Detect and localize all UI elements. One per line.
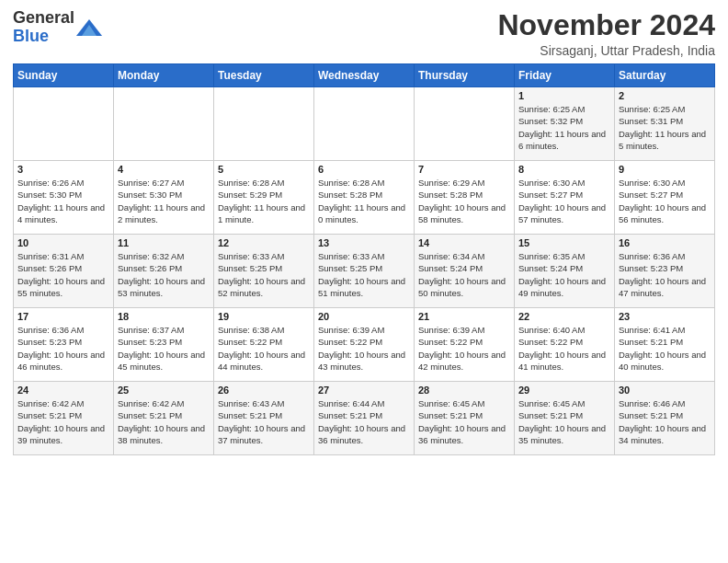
day-number: 18: [118, 311, 210, 322]
col-header-sunday: Sunday: [14, 64, 114, 87]
day-number: 23: [619, 311, 711, 322]
day-info: Sunrise: 6:38 AM Sunset: 5:22 PM Dayligh…: [218, 324, 310, 373]
day-number: 21: [418, 311, 510, 322]
day-info: Sunrise: 6:33 AM Sunset: 5:25 PM Dayligh…: [218, 250, 310, 299]
day-cell: 24Sunrise: 6:42 AM Sunset: 5:21 PM Dayli…: [14, 382, 114, 455]
day-cell: 3Sunrise: 6:26 AM Sunset: 5:30 PM Daylig…: [14, 161, 114, 235]
day-number: 26: [218, 385, 310, 396]
day-cell: 15Sunrise: 6:35 AM Sunset: 5:24 PM Dayli…: [515, 235, 615, 308]
day-cell: [314, 87, 415, 161]
day-number: 22: [518, 311, 610, 322]
day-info: Sunrise: 6:30 AM Sunset: 5:27 PM Dayligh…: [619, 177, 711, 225]
day-cell: 30Sunrise: 6:46 AM Sunset: 5:21 PM Dayli…: [615, 382, 715, 455]
title-area: November 2024 Sirsaganj, Uttar Pradesh, …: [497, 9, 715, 58]
logo-general: General: [13, 8, 74, 27]
day-info: Sunrise: 6:46 AM Sunset: 5:21 PM Dayligh…: [619, 397, 711, 446]
day-info: Sunrise: 6:44 AM Sunset: 5:21 PM Dayligh…: [318, 397, 410, 446]
day-cell: 21Sunrise: 6:39 AM Sunset: 5:22 PM Dayli…: [415, 308, 515, 382]
col-header-friday: Friday: [515, 64, 615, 87]
week-row-2: 10Sunrise: 6:31 AM Sunset: 5:26 PM Dayli…: [14, 235, 715, 308]
day-number: 10: [17, 237, 109, 248]
day-number: 15: [518, 237, 610, 248]
day-number: 16: [619, 237, 711, 248]
header: General Blue November 2024 Sirsaganj, Ut…: [13, 9, 715, 58]
week-row-0: 1Sunrise: 6:25 AM Sunset: 5:32 PM Daylig…: [14, 87, 715, 161]
day-number: 3: [17, 164, 109, 175]
day-info: Sunrise: 6:42 AM Sunset: 5:21 PM Dayligh…: [118, 397, 210, 446]
day-number: 9: [619, 164, 711, 175]
day-cell: 6Sunrise: 6:28 AM Sunset: 5:28 PM Daylig…: [314, 161, 415, 235]
day-number: 20: [318, 311, 410, 322]
day-cell: 13Sunrise: 6:33 AM Sunset: 5:25 PM Dayli…: [314, 235, 415, 308]
day-cell: 28Sunrise: 6:45 AM Sunset: 5:21 PM Dayli…: [415, 382, 515, 455]
day-info: Sunrise: 6:45 AM Sunset: 5:21 PM Dayligh…: [418, 397, 510, 446]
day-info: Sunrise: 6:43 AM Sunset: 5:21 PM Dayligh…: [218, 397, 310, 446]
day-cell: 29Sunrise: 6:45 AM Sunset: 5:21 PM Dayli…: [515, 382, 615, 455]
logo-text: General Blue: [13, 9, 74, 46]
day-number: 24: [17, 385, 109, 396]
day-info: Sunrise: 6:25 AM Sunset: 5:32 PM Dayligh…: [518, 103, 610, 152]
day-cell: 8Sunrise: 6:30 AM Sunset: 5:27 PM Daylig…: [515, 161, 615, 235]
day-info: Sunrise: 6:29 AM Sunset: 5:28 PM Dayligh…: [418, 177, 510, 225]
day-number: 30: [619, 385, 711, 396]
day-info: Sunrise: 6:39 AM Sunset: 5:22 PM Dayligh…: [418, 324, 510, 373]
day-cell: 7Sunrise: 6:29 AM Sunset: 5:28 PM Daylig…: [415, 161, 515, 235]
day-cell: [14, 87, 114, 161]
day-cell: [114, 87, 214, 161]
day-cell: 25Sunrise: 6:42 AM Sunset: 5:21 PM Dayli…: [114, 382, 214, 455]
logo-row: General Blue: [13, 9, 102, 46]
day-number: 5: [218, 164, 310, 175]
day-cell: 12Sunrise: 6:33 AM Sunset: 5:25 PM Dayli…: [214, 235, 314, 308]
day-info: Sunrise: 6:27 AM Sunset: 5:30 PM Dayligh…: [118, 177, 210, 225]
day-info: Sunrise: 6:42 AM Sunset: 5:21 PM Dayligh…: [17, 397, 109, 446]
day-cell: 23Sunrise: 6:41 AM Sunset: 5:21 PM Dayli…: [615, 308, 715, 382]
day-cell: 27Sunrise: 6:44 AM Sunset: 5:21 PM Dayli…: [314, 382, 415, 455]
day-number: 4: [118, 164, 210, 175]
day-cell: 2Sunrise: 6:25 AM Sunset: 5:31 PM Daylig…: [615, 87, 715, 161]
day-cell: 22Sunrise: 6:40 AM Sunset: 5:22 PM Dayli…: [515, 308, 615, 382]
day-cell: 20Sunrise: 6:39 AM Sunset: 5:22 PM Dayli…: [314, 308, 415, 382]
week-row-1: 3Sunrise: 6:26 AM Sunset: 5:30 PM Daylig…: [14, 161, 715, 235]
day-number: 25: [118, 385, 210, 396]
day-info: Sunrise: 6:40 AM Sunset: 5:22 PM Dayligh…: [518, 324, 610, 373]
day-number: 7: [418, 164, 510, 175]
day-cell: 1Sunrise: 6:25 AM Sunset: 5:32 PM Daylig…: [515, 87, 615, 161]
col-header-thursday: Thursday: [415, 64, 515, 87]
day-number: 19: [218, 311, 310, 322]
month-title: November 2024: [497, 9, 715, 41]
header-row: SundayMondayTuesdayWednesdayThursdayFrid…: [14, 64, 715, 87]
day-cell: 11Sunrise: 6:32 AM Sunset: 5:26 PM Dayli…: [114, 235, 214, 308]
day-number: 13: [318, 237, 410, 248]
page: General Blue November 2024 Sirsaganj, Ut…: [0, 0, 728, 563]
day-info: Sunrise: 6:39 AM Sunset: 5:22 PM Dayligh…: [318, 324, 410, 373]
day-info: Sunrise: 6:25 AM Sunset: 5:31 PM Dayligh…: [619, 103, 711, 152]
day-number: 6: [318, 164, 410, 175]
col-header-tuesday: Tuesday: [214, 64, 314, 87]
day-info: Sunrise: 6:28 AM Sunset: 5:29 PM Dayligh…: [218, 177, 310, 225]
day-cell: 18Sunrise: 6:37 AM Sunset: 5:23 PM Dayli…: [114, 308, 214, 382]
calendar: SundayMondayTuesdayWednesdayThursdayFrid…: [13, 63, 715, 455]
day-info: Sunrise: 6:37 AM Sunset: 5:23 PM Dayligh…: [118, 324, 210, 373]
day-info: Sunrise: 6:36 AM Sunset: 5:23 PM Dayligh…: [619, 250, 711, 299]
day-cell: 19Sunrise: 6:38 AM Sunset: 5:22 PM Dayli…: [214, 308, 314, 382]
logo-icon: [76, 19, 102, 36]
day-info: Sunrise: 6:26 AM Sunset: 5:30 PM Dayligh…: [17, 177, 109, 225]
day-number: 17: [17, 311, 109, 322]
week-row-3: 17Sunrise: 6:36 AM Sunset: 5:23 PM Dayli…: [14, 308, 715, 382]
col-header-monday: Monday: [114, 64, 214, 87]
day-cell: 5Sunrise: 6:28 AM Sunset: 5:29 PM Daylig…: [214, 161, 314, 235]
day-info: Sunrise: 6:28 AM Sunset: 5:28 PM Dayligh…: [318, 177, 410, 225]
col-header-saturday: Saturday: [615, 64, 715, 87]
day-info: Sunrise: 6:35 AM Sunset: 5:24 PM Dayligh…: [518, 250, 610, 299]
day-number: 2: [619, 90, 711, 101]
logo-area: General Blue: [13, 9, 102, 46]
day-info: Sunrise: 6:33 AM Sunset: 5:25 PM Dayligh…: [318, 250, 410, 299]
day-info: Sunrise: 6:36 AM Sunset: 5:23 PM Dayligh…: [17, 324, 109, 373]
day-cell: 10Sunrise: 6:31 AM Sunset: 5:26 PM Dayli…: [14, 235, 114, 308]
day-number: 11: [118, 237, 210, 248]
day-cell: 17Sunrise: 6:36 AM Sunset: 5:23 PM Dayli…: [14, 308, 114, 382]
subtitle: Sirsaganj, Uttar Pradesh, India: [497, 43, 715, 58]
day-number: 28: [418, 385, 510, 396]
day-cell: 4Sunrise: 6:27 AM Sunset: 5:30 PM Daylig…: [114, 161, 214, 235]
day-info: Sunrise: 6:45 AM Sunset: 5:21 PM Dayligh…: [518, 397, 610, 446]
